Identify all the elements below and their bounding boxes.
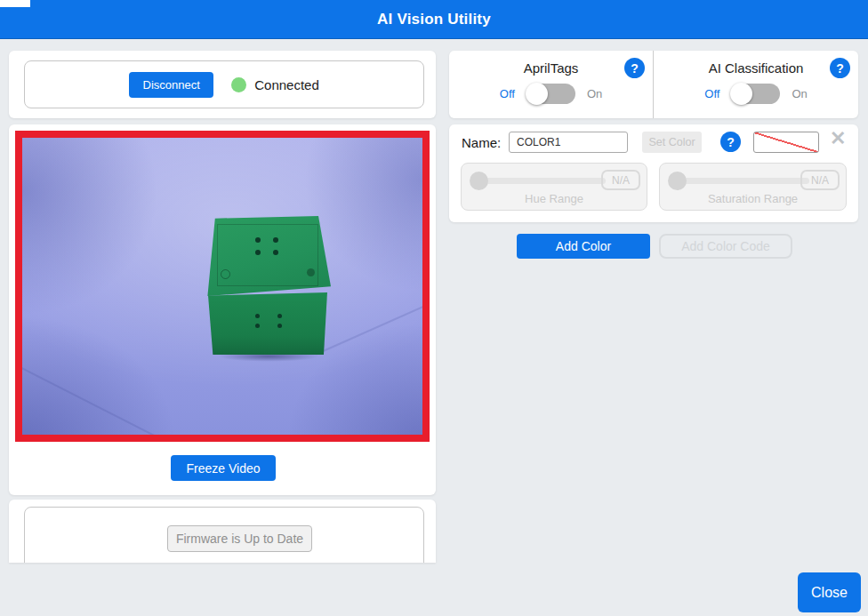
add-color-button[interactable]: Add Color [517, 234, 650, 259]
hue-range-track [472, 178, 606, 184]
color-swatch [753, 132, 819, 153]
apriltags-label: AprilTags [524, 60, 579, 76]
apriltags-toggle-knob [526, 83, 548, 105]
apriltags-toggle-row: Off On [500, 84, 602, 104]
cube-top-dots [255, 237, 261, 243]
cube-top-panel [217, 224, 318, 286]
saturation-range-label: Saturation Range [660, 192, 846, 205]
tent-fold-line [316, 300, 422, 356]
connection-status-panel: Disconnect Connected [24, 60, 424, 108]
saturation-range-track [671, 178, 809, 184]
add-color-code-button[interactable]: Add Color Code [659, 234, 792, 259]
green-cube [206, 216, 331, 358]
firmware-panel: Firmware is Up to Date Version: 1.0.0.b1… [24, 507, 424, 563]
tent-fold-line [22, 359, 165, 435]
ai-classification-section: AI Classification ? Off On [654, 51, 858, 118]
ai-classification-on-label: On [792, 87, 807, 100]
firmware-card: Firmware is Up to Date Version: 1.0.0.b1… [9, 500, 436, 563]
freeze-video-button[interactable]: Freeze Video [171, 455, 276, 481]
apriltags-section: AprilTags ? Off On [449, 51, 654, 118]
apriltags-toggle[interactable] [526, 84, 575, 104]
disconnect-button[interactable]: Disconnect [129, 72, 213, 98]
video-detection-frame [15, 131, 430, 442]
connection-status: Connected [231, 77, 319, 92]
color-config-card: Name: Set Color ? ✕ N/A Hue Range N/A Sa… [449, 124, 858, 222]
set-color-help-icon[interactable]: ? [720, 132, 741, 152]
ai-classification-toggle-row: Off On [704, 84, 807, 104]
cube-front-face [208, 292, 327, 355]
cube-front-dots [255, 314, 260, 318]
cube-screws [221, 269, 230, 279]
color-name-label: Name: [462, 135, 501, 150]
apriltags-help-icon[interactable]: ? [624, 58, 645, 78]
camera-feed [22, 138, 422, 435]
saturation-range-value: N/A [800, 170, 840, 190]
app-title: AI Vision Utility [377, 11, 491, 28]
connection-status-label: Connected [254, 77, 319, 92]
color-name-input[interactable] [509, 132, 628, 153]
connection-card: Disconnect Connected [9, 51, 436, 118]
hue-range-slider[interactable] [470, 172, 488, 190]
firmware-status-button[interactable]: Firmware is Up to Date [167, 525, 312, 552]
ai-classification-toggle[interactable] [731, 84, 780, 104]
hue-range-value: N/A [601, 170, 640, 190]
ai-classification-toggle-knob [730, 83, 752, 105]
hue-range-label: Hue Range [462, 192, 647, 205]
ai-classification-label: AI Classification [709, 60, 804, 76]
close-button[interactable]: Close [798, 572, 861, 612]
features-card: AprilTags ? Off On AI Classification ? O… [449, 51, 858, 118]
window-corner [0, 0, 30, 7]
apriltags-off-label: Off [500, 87, 515, 100]
saturation-range-group: N/A Saturation Range [659, 163, 847, 211]
video-card: Freeze Video [9, 124, 436, 495]
ai-classification-off-label: Off [704, 87, 719, 100]
hue-range-group: N/A Hue Range [461, 163, 647, 211]
apriltags-on-label: On [587, 87, 602, 100]
ai-classification-help-icon[interactable]: ? [830, 58, 850, 78]
title-bar: AI Vision Utility [0, 0, 868, 39]
connected-dot-icon [231, 77, 246, 92]
firmware-version-label: Version: 1.0.0.b16 [25, 561, 436, 563]
saturation-range-slider[interactable] [668, 172, 687, 190]
set-color-button[interactable]: Set Color [642, 132, 702, 153]
remove-color-icon[interactable]: ✕ [830, 129, 846, 148]
